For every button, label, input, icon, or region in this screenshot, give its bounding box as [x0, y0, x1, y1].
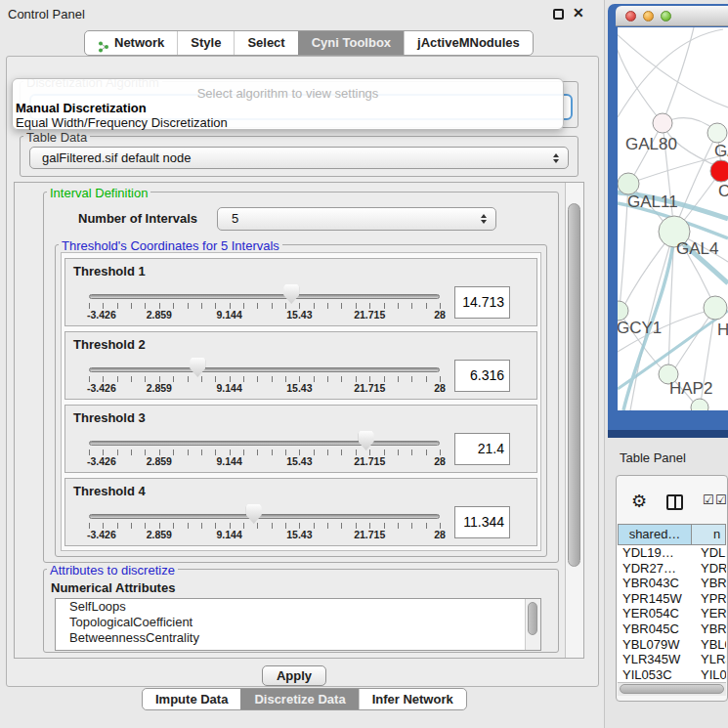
- dropdown-option-manual[interactable]: Manual Discretization: [16, 101, 147, 115]
- tab-infer-network[interactable]: Infer Network: [359, 689, 466, 709]
- table-data-combobox[interactable]: galFiltered.sif default node: [29, 147, 569, 169]
- network-canvas[interactable]: GAL80GACGAL11GAL4GCY1HHAP2: [618, 27, 728, 410]
- table-cell[interactable]: YDR27…: [618, 561, 692, 577]
- gear-icon[interactable]: ⚙: [631, 491, 647, 512]
- table-cell[interactable]: YLR3: [692, 652, 726, 667]
- table-hscrollbar-thumb[interactable]: [620, 684, 724, 694]
- table-cell[interactable]: YBR0: [692, 621, 726, 637]
- attribute-item[interactable]: SelfLoops: [56, 599, 540, 615]
- apply-button[interactable]: Apply: [262, 665, 326, 686]
- table-cell[interactable]: YER0: [692, 606, 726, 621]
- tick-label: 2.859: [147, 529, 172, 540]
- tab-impute-data[interactable]: Impute Data: [143, 689, 240, 709]
- slider-track[interactable]: [89, 294, 440, 299]
- slider-handle[interactable]: [190, 358, 205, 377]
- table-row[interactable]: YPR145WYPR1: [618, 591, 726, 607]
- dropdown-option-equal-width[interactable]: Equal Width/Frequency Discretization: [16, 115, 228, 130]
- checkbox-icon[interactable]: ☑: [715, 492, 727, 507]
- tab-label: Discretize Data: [254, 689, 345, 709]
- table-row[interactable]: YIL053CYIL0: [618, 667, 726, 682]
- table-row[interactable]: YLR345WYLR3: [618, 652, 726, 667]
- table-cell[interactable]: YER054C: [618, 606, 692, 621]
- attributes-scrollbar-thumb[interactable]: [528, 602, 537, 635]
- table-cell[interactable]: YDL19…: [618, 545, 692, 561]
- column-header-name[interactable]: n: [692, 524, 726, 545]
- tick-label: -3.426: [87, 309, 116, 321]
- slider-handle[interactable]: [246, 504, 262, 524]
- tab-label: jActiveMNodules: [417, 31, 520, 55]
- network-node[interactable]: [704, 296, 727, 320]
- threshold-value-field[interactable]: 14.713: [454, 286, 510, 319]
- columns-icon[interactable]: [666, 494, 683, 510]
- float-window-icon[interactable]: [553, 9, 564, 20]
- network-edge[interactable]: [618, 39, 663, 123]
- network-node[interactable]: [653, 113, 672, 133]
- network-node[interactable]: [691, 399, 708, 410]
- tick-label: -3.426: [87, 529, 116, 540]
- close-icon[interactable]: ✕: [573, 5, 584, 21]
- tab-jactivemnodules[interactable]: jActiveMNodules: [404, 31, 533, 55]
- tab-cyni-toolbox[interactable]: Cyni Toolbox: [298, 31, 404, 55]
- tab-select[interactable]: Select: [234, 31, 297, 55]
- table-row[interactable]: YDR27…YDR2: [618, 561, 726, 577]
- threshold-value-field[interactable]: 11.344: [454, 506, 510, 538]
- network-node[interactable]: [707, 123, 727, 143]
- table-cell[interactable]: YPR1: [692, 591, 726, 607]
- control-panel-titlebar: Control Panel ✕: [0, 0, 605, 27]
- table-row[interactable]: YBR043CYBR0: [618, 576, 726, 591]
- attributes-listbox[interactable]: SelfLoopsTopologicalCoefficientBetweenne…: [55, 598, 541, 651]
- tab-style[interactable]: Style: [177, 31, 234, 55]
- table-cell[interactable]: YBR0: [692, 576, 726, 591]
- column-header-shared-name[interactable]: shared…: [618, 524, 692, 545]
- table-body: YDL19…YDL1YDR27…YDR2YBR043CYBR0YPR145WYP…: [618, 545, 726, 682]
- threshold-label: Threshold 4: [73, 484, 146, 498]
- attribute-item[interactable]: TopologicalCoefficient: [56, 615, 540, 630]
- threshold-panel: Threshold 3 -3.4262.8599.14415.4321.7152…: [64, 405, 537, 473]
- number-of-intervals-combobox[interactable]: 5: [217, 207, 496, 231]
- table-cell[interactable]: YBR045C: [618, 621, 692, 637]
- slider-track[interactable]: [89, 441, 440, 446]
- node-label: GAL80: [625, 135, 677, 153]
- slider-handle[interactable]: [359, 431, 374, 450]
- threshold-value-field[interactable]: 6.316: [454, 360, 510, 392]
- node-label: GA: [714, 142, 728, 160]
- table-cell[interactable]: YPR145W: [618, 591, 692, 607]
- settings-scrollbar-thumb[interactable]: [568, 203, 580, 567]
- table-cell[interactable]: YIL0: [692, 667, 726, 682]
- table-row[interactable]: YER054CYER0: [618, 606, 726, 621]
- slider-track[interactable]: [89, 514, 440, 519]
- network-window-bottom-edge: [608, 430, 728, 438]
- table-row[interactable]: YBR045CYBR0: [618, 621, 726, 637]
- table-row[interactable]: YBL079WYBL0: [618, 637, 726, 653]
- tick-label: 2.859: [147, 309, 172, 321]
- tick-label: 28: [434, 455, 446, 467]
- number-of-intervals-label: Number of Intervals: [78, 211, 197, 226]
- minimize-traffic-light-icon[interactable]: [643, 11, 654, 21]
- tick-label: 2.859: [147, 455, 172, 467]
- table-cell[interactable]: YDR2: [692, 561, 726, 577]
- slider-track[interactable]: [89, 367, 440, 372]
- checkbox-icon[interactable]: ☑: [703, 492, 714, 507]
- threshold-label: Threshold 2: [73, 337, 146, 352]
- table-cell[interactable]: YBL0: [692, 637, 726, 653]
- table-row[interactable]: YDL19…YDL1: [618, 545, 726, 561]
- table-cell[interactable]: YIL053C: [618, 667, 692, 682]
- table-cell[interactable]: YBR043C: [618, 576, 692, 591]
- attribute-item[interactable]: BetweennessCentrality: [56, 630, 540, 646]
- tick-label: 21.715: [354, 529, 385, 540]
- table-cell[interactable]: YLR345W: [618, 652, 692, 667]
- zoom-traffic-light-icon[interactable]: [661, 11, 671, 21]
- node-label: GAL11: [627, 193, 678, 211]
- close-traffic-light-icon[interactable]: [625, 11, 636, 21]
- network-node[interactable]: [618, 173, 639, 194]
- top-tab-bar: Network Style Select Cyni Toolbox jActiv…: [84, 30, 534, 56]
- table-cell[interactable]: YBL079W: [618, 637, 692, 653]
- tab-network[interactable]: Network: [85, 31, 177, 55]
- slider-handle[interactable]: [283, 284, 299, 304]
- tick-label: 2.859: [147, 382, 172, 394]
- table-cell[interactable]: YDL1: [692, 545, 726, 561]
- network-node[interactable]: [710, 160, 728, 182]
- tab-discretize-data[interactable]: Discretize Data: [240, 689, 358, 709]
- network-node[interactable]: [618, 301, 628, 321]
- threshold-value-field[interactable]: 21.4: [454, 433, 510, 465]
